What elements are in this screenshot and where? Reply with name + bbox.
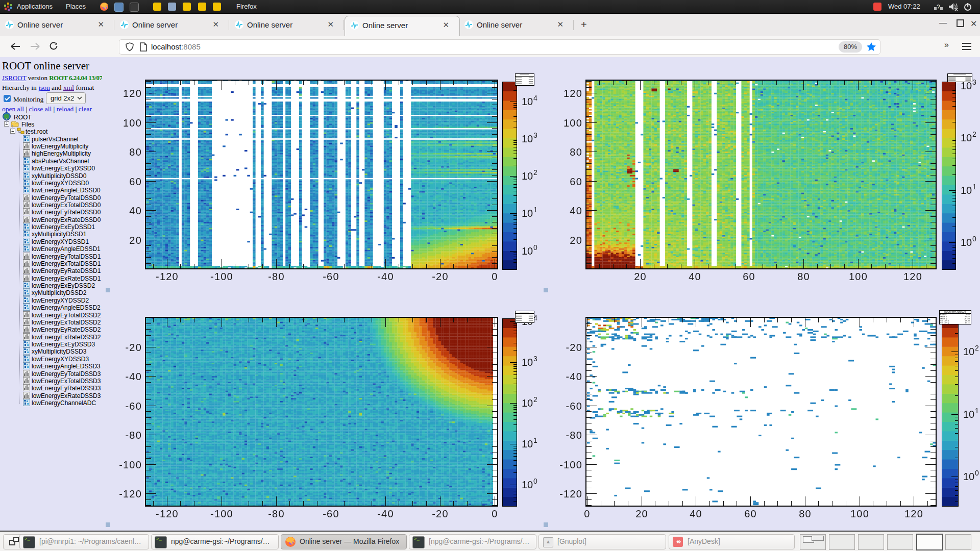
svg-text:?: ? (937, 4, 940, 11)
